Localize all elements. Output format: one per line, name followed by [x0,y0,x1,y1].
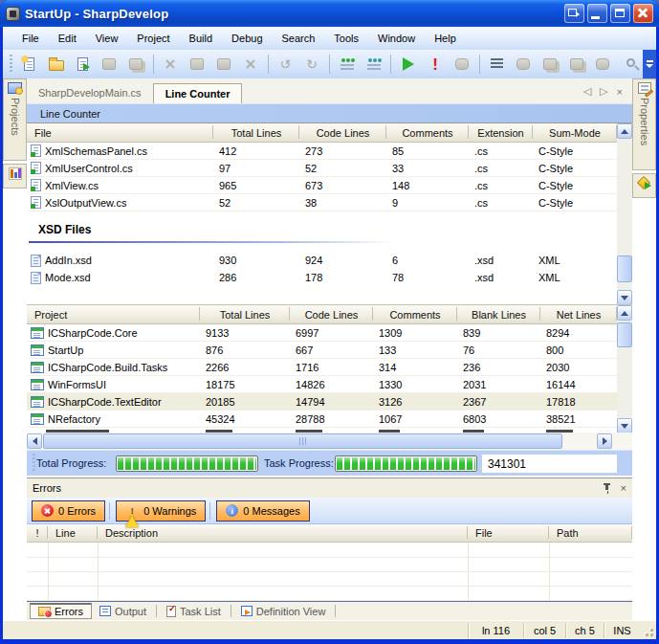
col-file[interactable]: File [27,127,213,139]
col-sum-mode[interactable]: Sum-Mode [533,127,617,139]
uncomment-region-button[interactable] [363,54,384,75]
tab-line-counter[interactable]: Line Counter [153,83,243,103]
scroll-up-button[interactable] [617,123,632,139]
sidebar-tab-toolbox[interactable] [632,173,656,198]
scroll-thumb[interactable] [617,322,632,347]
table-row[interactable]: XmlView.cs 965 673 148 .cs C-Style [27,177,617,194]
table-row[interactable]: NRefactory 45324 28788 1067 6803 38521 [27,411,617,428]
files-table-panel: File Total Lines Code Lines Comments Ext… [27,122,632,304]
tab-separator [231,605,231,617]
menu-project[interactable]: Project [127,29,179,48]
toolbar-overflow-button[interactable] [643,50,656,78]
table-row[interactable]: ICSharpCode.Build.Tasks 2266 1716 314 23… [27,359,617,376]
files-table-scrollbar[interactable] [617,123,632,304]
pin-icon[interactable] [603,483,611,494]
right-tool-strip: Properties [632,78,656,620]
menu-tools[interactable]: Tools [324,29,368,48]
tab-sharpdevelopmain[interactable]: SharpDevelopMain.cs [27,82,153,103]
tool-button-disabled-4 [593,54,614,75]
refresh-document-button[interactable] [72,54,93,75]
col-code-lines[interactable]: Code Lines [290,309,373,321]
open-file-button[interactable] [46,54,67,75]
sidebar-tab-classes[interactable] [3,164,27,189]
tab-output[interactable]: Output [92,604,154,619]
run-icon [403,57,414,71]
tab-errors[interactable]: Errors [30,603,92,619]
progress-band: Total Progress: Task Progress: 341301 [27,450,632,476]
table-row[interactable]: WinFormsUI 18175 14826 1330 2031 16144 [27,376,617,393]
projects-table-scrollbar[interactable] [617,305,632,433]
panel-close-icon[interactable]: × [621,482,626,494]
col-blank-lines[interactable]: Blank Lines [457,309,540,321]
uncomment-region-icon [367,58,381,71]
resize-grip[interactable] [640,623,655,638]
menu-window[interactable]: Window [368,29,425,48]
scroll-left-button[interactable] [27,433,42,449]
table-row[interactable]: XslOutputView.cs 52 38 9 .cs C-Style [27,194,617,211]
col-severity[interactable]: ! [27,527,48,539]
table-row[interactable]: ICSharpCode.Core 9133 6997 1309 839 8294 [27,324,617,342]
scroll-right-button[interactable] [597,433,612,449]
col-line[interactable]: Line [48,527,98,539]
run-button[interactable] [398,54,419,75]
cut-button-disabled [161,54,182,75]
cs-file-icon [31,196,41,209]
close-button[interactable] [633,4,653,23]
sidebar-tab-properties[interactable]: Properties [632,78,656,170]
table-row[interactable]: AddIn.xsd 930 924 6 .xsd XML [27,252,617,269]
toolbar-grip[interactable] [10,55,12,74]
menu-file[interactable]: File [12,29,49,48]
menu-build[interactable]: Build [180,29,222,48]
tab-scroll-left-icon[interactable]: ◁ [583,85,591,98]
line-numbers-button[interactable] [487,54,508,75]
table-row[interactable]: Mode.xsd 286 178 78 .xsd XML [27,269,617,286]
popout-button[interactable] [564,4,584,23]
sidebar-tab-projects[interactable]: Projects [3,78,27,161]
title-bar[interactable]: StartUp - SharpDevelop [0,0,659,27]
table-row[interactable]: StartUp 876 667 133 76 800 [27,342,617,359]
search-button[interactable] [619,54,640,75]
col-comments[interactable]: Comments [386,127,469,139]
tab-definition-view[interactable]: Definition View [233,604,334,619]
col-file[interactable]: File [468,527,549,539]
errors-filter-button[interactable]: 0 Errors [32,500,105,522]
table-row[interactable]: XmlUserControl.cs 97 52 33 .cs C-Style [27,160,617,177]
col-code-lines[interactable]: Code Lines [299,127,386,139]
menu-view[interactable]: View [86,29,128,48]
comment-region-button[interactable] [337,54,358,75]
col-description[interactable]: Description [98,527,468,539]
menu-help[interactable]: Help [425,29,466,48]
tab-close-icon[interactable]: × [617,86,623,98]
messages-filter-button[interactable]: i 0 Messages [216,500,309,522]
scroll-down-button[interactable] [617,290,632,304]
scroll-thumb[interactable] [617,255,632,282]
minimize-button[interactable] [587,4,607,23]
menu-search[interactable]: Search [273,29,325,48]
table-row-selected[interactable]: ICSharpCode.TextEditor 20185 14794 3126 … [27,393,617,411]
progress-band-grip[interactable] [33,454,35,473]
horizontal-scrollbar[interactable] [27,433,632,450]
warnings-filter-button[interactable]: ! 0 Warnings [116,500,206,522]
scroll-up-button[interactable] [617,305,632,321]
table-row[interactable]: XmlSchemasPanel.cs 412 273 85 .cs C-Styl… [27,143,617,160]
save-button-disabled [99,54,120,75]
new-file-button[interactable] [19,54,40,75]
menu-debug[interactable]: Debug [222,29,272,48]
tab-scroll-right-icon[interactable]: ▷ [600,85,607,98]
col-total-lines[interactable]: Total Lines [200,309,290,321]
maximize-button[interactable] [610,4,630,23]
app-window: StartUp - SharpDevelop File Edit View Pr… [0,0,659,644]
menu-edit[interactable]: Edit [49,29,86,48]
col-net-lines[interactable]: Net Lines [540,309,617,321]
build-button[interactable]: ! [425,54,446,75]
warning-icon: ! [125,504,139,517]
scroll-thumb[interactable] [43,433,562,449]
col-comments[interactable]: Comments [373,309,457,321]
col-extension[interactable]: Extension [469,127,533,139]
col-total-lines[interactable]: Total Lines [213,127,299,139]
col-path[interactable]: Path [549,527,632,539]
tab-task-list[interactable]: ✓ Task List [159,604,229,619]
col-project[interactable]: Project [27,309,200,321]
xsd-files-section-header: XSD Files [27,223,632,238]
scroll-down-button[interactable] [617,418,632,433]
